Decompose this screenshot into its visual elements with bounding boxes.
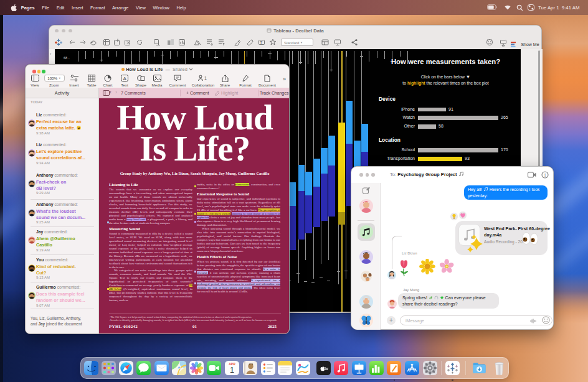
svg-text:APR: APR	[229, 362, 235, 366]
svg-text:A: A	[123, 76, 127, 82]
svg-text:tv: tv	[325, 366, 328, 371]
svg-text:i: i	[544, 172, 546, 177]
svg-text:1: 1	[204, 76, 207, 80]
svg-text:T: T	[260, 40, 263, 44]
svg-text:1: 1	[230, 366, 234, 375]
